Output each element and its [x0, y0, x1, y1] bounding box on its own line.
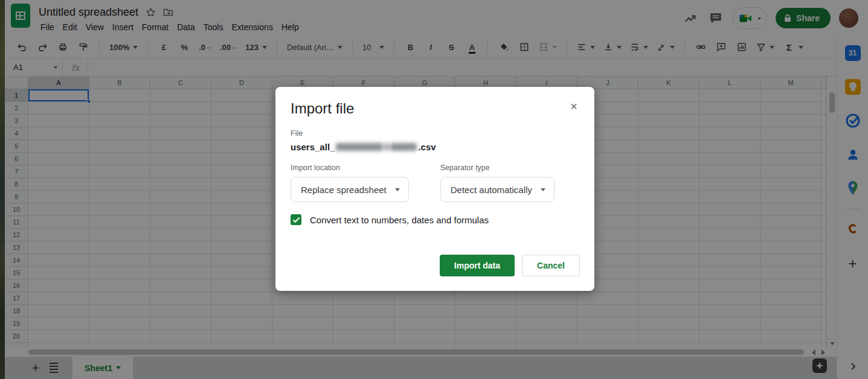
dialog-title: Import file	[291, 100, 580, 119]
separator-type-caret	[541, 188, 545, 194]
import-file-dialog: Import file × File users_all_ .csv Impor…	[275, 87, 594, 291]
redacted-filename-segment	[336, 143, 417, 151]
separator-type-select[interactable]: Detect automatically	[440, 177, 555, 202]
import-location-field: Import location Replace spreadsheet	[291, 164, 409, 202]
filename: users_all_ .csv	[291, 141, 580, 153]
file-label: File	[291, 129, 580, 138]
close-icon[interactable]: ×	[564, 97, 583, 116]
filename-suffix: .csv	[418, 142, 436, 152]
separator-type-field: Separator type Detect automatically	[440, 164, 555, 202]
import-location-caret	[395, 188, 400, 194]
filename-prefix: users_all_	[291, 142, 335, 152]
import-location-value: Replace spreadsheet	[301, 185, 387, 195]
convert-checkbox[interactable]	[291, 214, 301, 225]
separator-type-label: Separator type	[440, 164, 555, 173]
screen: Untitled spreadsheet FileEditViewInsertF…	[0, 0, 868, 379]
import-data-button[interactable]: Import data	[440, 255, 515, 276]
separator-type-value: Detect automatically	[451, 185, 532, 195]
import-location-label: Import location	[291, 164, 409, 173]
import-location-select[interactable]: Replace spreadsheet	[291, 177, 409, 202]
check-icon	[292, 217, 300, 223]
convert-checkbox-row: Convert text to numbers, dates and formu…	[291, 214, 580, 225]
convert-checkbox-label[interactable]: Convert text to numbers, dates and formu…	[310, 215, 489, 225]
cancel-button[interactable]: Cancel	[522, 255, 580, 276]
